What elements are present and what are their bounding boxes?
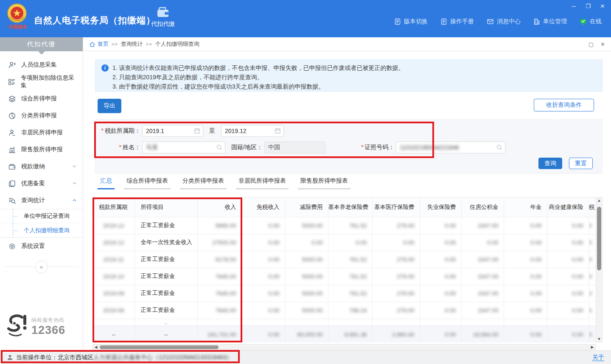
id-label: 证照号码：: [361, 144, 394, 151]
brand: 中国税务 自然人电子税务局（扣缴端）: [6, 3, 155, 34]
sidebar-item-search-list[interactable]: 查询统计: [0, 192, 83, 209]
person-add-icon: [8, 61, 16, 69]
collapse-query-button[interactable]: 收折查询条件: [534, 99, 594, 111]
close-icon[interactable]: ✕: [599, 3, 606, 9]
calendar-icon[interactable]: [194, 128, 200, 134]
header-menu-org[interactable]: 单位管理: [533, 18, 567, 25]
bar-chart-icon: [8, 146, 16, 153]
search-icon[interactable]: [216, 144, 222, 150]
sidebar: 代扣代缴 人员信息采集专项附加扣除信息采集综合所得申报分类所得申报非居民所得申报…: [0, 37, 83, 350]
sidebar-subitem-active[interactable]: 个人扣缴明细查询: [0, 223, 83, 237]
info-icon: i: [101, 64, 109, 72]
vertical-scroll-thumb[interactable]: [597, 207, 601, 270]
tab-分类所得申报表[interactable]: 分类所得申报表: [180, 177, 227, 189]
horizontal-scrollbar[interactable]: ◀ ▶: [92, 344, 596, 350]
sidebar-item-gear[interactable]: 系统设置: [0, 238, 83, 255]
header-menu-label: 版本切换: [404, 18, 428, 25]
header-menu-mail[interactable]: 消息中心: [487, 18, 521, 25]
search-icon[interactable]: [496, 144, 502, 150]
col-header: 所得项目: [135, 197, 197, 217]
module-tab-label: 代扣代缴: [149, 20, 177, 28]
scroll-right-icon[interactable]: ▶: [589, 345, 595, 349]
chevron-down-icon: [72, 163, 77, 170]
col-header: 减除费用: [285, 197, 328, 217]
sidebar-subitem-label: 单位申报记录查询: [24, 212, 70, 220]
sidebar-item-wallet[interactable]: 税款缴纳: [0, 158, 83, 175]
gear-icon: [8, 243, 16, 250]
header-menu-version-doc[interactable]: 版本切换: [394, 18, 428, 25]
module-tab-daikou[interactable]: 代扣代缴: [149, 6, 177, 28]
header-menu: 版本切换操作手册消息中心单位管理在线: [394, 18, 602, 25]
main-content: 首页 >> 查询统计 >> 个人扣缴明细查询 ▢ ✕ i 1. 该查询统计表仅能…: [83, 37, 611, 350]
app-title: 自然人电子税务局（扣缴端）: [34, 14, 155, 26]
breadcrumb-item: 查询统计: [121, 40, 143, 48]
tab-非居民所得申报表[interactable]: 非居民所得申报表: [236, 177, 289, 189]
breadcrumb-home[interactable]: 首页: [89, 40, 109, 48]
sidebar-item-person[interactable]: 非居民所得申报: [0, 124, 83, 141]
col-header: 税款所属期: [93, 197, 135, 217]
sidebar-item-label: 优惠备案: [21, 180, 45, 187]
sidebar-item-docs[interactable]: 优惠备案: [0, 175, 83, 192]
sidebar-item-label: 专项附加扣除信息采集: [21, 74, 77, 89]
period-from-input[interactable]: 2019.1: [142, 125, 203, 137]
sidebar-item-label: 查询统计: [21, 197, 45, 204]
content-close-icon[interactable]: ✕: [600, 41, 605, 47]
name-input[interactable]: 马某: [142, 142, 225, 153]
name-label: 姓名：: [95, 144, 140, 151]
sidebar-item-label: 人员信息采集: [21, 61, 57, 69]
horizontal-scroll-thumb[interactable]: [100, 345, 219, 349]
sidebar-item-pie[interactable]: 分类所得申报: [0, 107, 83, 124]
header-menu-manual-doc[interactable]: 操作手册: [440, 18, 474, 25]
sidebar-item-label: 综合所得申报: [21, 95, 57, 103]
table-row: 2019-12全年一次性奖金收入27500.000.000.000.000.00…: [93, 234, 596, 251]
pie-icon: [8, 112, 16, 119]
panel-notch: [554, 116, 561, 119]
tab-汇总[interactable]: 汇总: [98, 177, 115, 189]
sidebar-item-layers[interactable]: 综合所得申报: [0, 90, 83, 107]
scroll-down-icon[interactable]: ▼: [597, 336, 601, 342]
table-row: 2019-12正常工资薪金9985.000.005000.00761.52279…: [93, 217, 596, 234]
home-icon: [89, 41, 95, 47]
about-link[interactable]: 关于: [592, 354, 604, 361]
scroll-up-icon[interactable]: ▲: [597, 197, 601, 203]
id-number-input[interactable]: 110102199304221846: [396, 142, 505, 153]
scroll-left-icon[interactable]: ◀: [93, 345, 99, 349]
app-header: ─ ❐ ✕ 中国税务 自然人电子税务局（扣缴端） 代扣代缴 版本切换操作手册消息…: [0, 0, 611, 37]
table-row: 2019-08正常工资薪金7645.000.005000.00798.24279…: [93, 302, 596, 319]
hotline-label: 纳税服务热线: [31, 317, 64, 323]
tab-限售股所得申报表[interactable]: 限售股所得申报表: [298, 177, 350, 189]
vertical-scrollbar[interactable]: ▲ ▼: [596, 197, 603, 342]
sidebar-submenu: 单位申报记录查询个人扣缴明细查询: [0, 209, 83, 238]
current-unit-prefix: 当前操作单位：北京市西城区: [16, 354, 93, 361]
period-to-value: 2019.12: [225, 128, 247, 134]
sidebar-collapse-button[interactable]: «: [35, 261, 48, 273]
col-header: 年金: [504, 197, 547, 217]
period-to-input[interactable]: 2019.12: [221, 125, 284, 137]
chevron-up-icon: [72, 197, 77, 204]
table-row: 2019-10正常工资薪金7645.000.005000.00761.52279…: [93, 268, 596, 285]
hotline-number: 12366: [31, 324, 65, 336]
logo-text: 中国税务: [8, 24, 26, 30]
sidebar-item-person-add[interactable]: 人员信息采集: [0, 56, 83, 73]
header-menu-label: 操作手册: [450, 18, 474, 25]
sidebar-item-label: 税款缴纳: [21, 163, 45, 170]
sidebar-item-form-list[interactable]: 专项附加扣除信息采集: [0, 73, 83, 90]
tab-综合所得申报表[interactable]: 综合所得申报表: [124, 177, 171, 189]
reset-button[interactable]: 重置: [569, 158, 593, 169]
table-row: 2019-11正常工资薪金9178.000.005000.00761.52279…: [93, 251, 596, 268]
sidebar-subitem[interactable]: 单位申报记录查询: [0, 209, 83, 223]
sidebar-menu: 人员信息采集专项附加扣除信息采集综合所得申报分类所得申报非居民所得申报限售股所得…: [0, 51, 83, 255]
breadcrumb-home-label: 首页: [98, 40, 109, 48]
minimize-icon[interactable]: ─: [570, 3, 577, 9]
wallet-large-icon: [156, 6, 170, 19]
content-maximize-icon[interactable]: ▢: [589, 41, 594, 47]
restore-icon[interactable]: ❐: [585, 3, 591, 9]
header-menu-online[interactable]: 在线: [580, 18, 602, 25]
col-header: 免税收入: [241, 197, 285, 217]
mail-icon: [487, 18, 494, 25]
calendar-icon[interactable]: [275, 128, 281, 134]
sidebar-item-bar-chart[interactable]: 限售股所得申报: [0, 141, 83, 158]
user-icon: [7, 354, 13, 361]
query-button[interactable]: 查询: [538, 158, 562, 169]
export-button[interactable]: 导出: [98, 99, 121, 113]
